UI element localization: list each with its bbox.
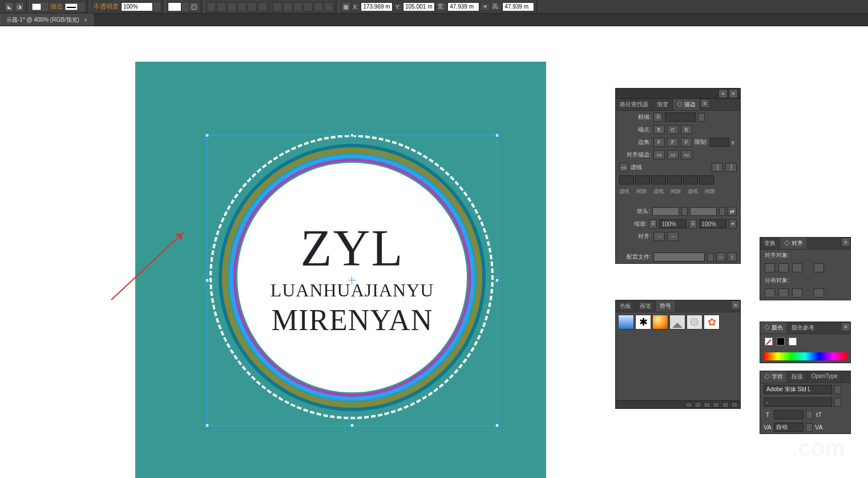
- black-swatch[interactable]: [777, 338, 785, 346]
- tab-stroke[interactable]: ◇ 描边: [673, 99, 700, 110]
- dash-field-2[interactable]: [651, 175, 666, 184]
- dist-top-btn[interactable]: [765, 288, 775, 298]
- symbol-break-icon[interactable]: [704, 402, 710, 408]
- profile-dropdown-icon[interactable]: [707, 253, 714, 262]
- tab-gradient[interactable]: 渐变: [653, 99, 673, 110]
- fill-swatch[interactable]: [32, 3, 41, 10]
- anchor-convert-corner-icon[interactable]: ◣: [5, 2, 14, 11]
- arrow-start-dropdown-icon[interactable]: [681, 207, 688, 216]
- scale-a-field[interactable]: 100%: [659, 219, 687, 228]
- symbol-orange-orb[interactable]: [652, 315, 668, 330]
- none-swatch[interactable]: [765, 338, 773, 346]
- profile-fliph-icon[interactable]: ↔: [716, 252, 725, 262]
- align-hcenter-btn[interactable]: [778, 263, 789, 272]
- symbol-options-icon[interactable]: [713, 402, 720, 408]
- panel-close-icon[interactable]: ×: [729, 89, 738, 98]
- handle-bot-right[interactable]: [495, 424, 499, 427]
- handle-bot-left[interactable]: [205, 424, 209, 427]
- corner-miter-icon[interactable]: F: [653, 138, 665, 147]
- align-top-btn[interactable]: [814, 263, 824, 272]
- tab-opentype[interactable]: OpenType: [808, 371, 842, 383]
- limit-field[interactable]: [710, 138, 729, 147]
- align-stroke-inside-icon[interactable]: ▭: [667, 150, 679, 159]
- symbol-lib-icon[interactable]: [685, 402, 692, 408]
- tab-swatches[interactable]: 色板: [616, 300, 636, 312]
- symbol-gear[interactable]: [687, 315, 703, 330]
- handle-bot-mid[interactable]: [350, 424, 354, 427]
- handle-top-right[interactable]: [495, 134, 499, 137]
- font-style-field[interactable]: -: [764, 397, 832, 407]
- opacity-field[interactable]: 100%: [121, 2, 153, 11]
- spectrum-strip[interactable]: [764, 352, 847, 360]
- opacity-dropdown-icon[interactable]: [154, 3, 160, 11]
- align-vcenter-icon[interactable]: [248, 2, 257, 11]
- reference-point-icon[interactable]: ▦: [341, 2, 350, 11]
- profile-flipv-icon[interactable]: ↕: [728, 252, 737, 262]
- stroke-dropdown-icon[interactable]: [79, 3, 84, 11]
- dash-field-3[interactable]: [683, 175, 698, 184]
- align-stroke-center-icon[interactable]: ▭: [653, 150, 665, 159]
- gap-field-2[interactable]: [667, 175, 682, 184]
- tab-color-guide[interactable]: 颜色参考: [788, 322, 819, 334]
- font-family-dropdown-icon[interactable]: [834, 385, 841, 394]
- font-size-dropdown-icon[interactable]: [806, 411, 813, 419]
- dash-align-icon[interactable]: ┆: [725, 163, 737, 172]
- font-style-dropdown-icon[interactable]: [834, 398, 841, 407]
- align-right-btn[interactable]: [792, 263, 802, 272]
- fill-dropdown-icon[interactable]: [42, 3, 48, 11]
- align-bottom-icon[interactable]: [258, 2, 267, 11]
- align-stroke-outside-icon[interactable]: ▭: [681, 150, 692, 159]
- document-tab[interactable]: 示题-1* @ 400% (RGB/预览) ×: [0, 14, 94, 26]
- dist-vcenter-btn[interactable]: [778, 288, 789, 298]
- graphic-style-thumb[interactable]: [168, 2, 181, 11]
- symbol-flower[interactable]: [704, 315, 720, 330]
- align-left-btn[interactable]: [765, 263, 775, 272]
- align-tip-a-icon[interactable]: →: [653, 232, 665, 241]
- align-top-icon[interactable]: [237, 2, 247, 11]
- tab-paragraph[interactable]: 段落: [788, 371, 808, 383]
- w-field[interactable]: 47.939 m: [447, 2, 479, 11]
- handle-mid-left[interactable]: [205, 279, 209, 282]
- symbol-triangle[interactable]: [669, 315, 685, 330]
- distribute-v1-icon[interactable]: [304, 2, 313, 11]
- stroke-panel-titlebar[interactable]: « ×: [616, 89, 740, 99]
- distribute-h2-icon[interactable]: [283, 2, 292, 11]
- weight-stepper-icon[interactable]: ⠿: [653, 113, 663, 122]
- tab-pathfinder[interactable]: 路径查找器: [616, 99, 653, 110]
- kerning-field[interactable]: 自动: [774, 423, 804, 432]
- dist-left-btn[interactable]: [814, 288, 824, 298]
- distribute-h1-icon[interactable]: [273, 2, 282, 11]
- weight-field[interactable]: [665, 113, 696, 122]
- panel-collapse-icon[interactable]: «: [718, 89, 728, 98]
- tab-transform[interactable]: 变换: [760, 238, 780, 249]
- profile-field[interactable]: [653, 252, 705, 262]
- close-tab-icon[interactable]: ×: [84, 17, 87, 23]
- align-right-icon[interactable]: [227, 2, 236, 11]
- symbol-trash-icon[interactable]: [731, 402, 738, 408]
- arrow-end-field[interactable]: [690, 207, 716, 216]
- symbol-new-icon[interactable]: [722, 402, 729, 408]
- gap-field-3[interactable]: [699, 175, 714, 184]
- tab-symbols[interactable]: 符号: [656, 300, 676, 312]
- font-size-field[interactable]: [774, 410, 804, 419]
- tab-brushes[interactable]: 画笔: [636, 300, 656, 312]
- distribute-v3-icon[interactable]: [324, 2, 333, 11]
- symbol-ink-splat[interactable]: [635, 315, 651, 330]
- symbols-panel-menu-icon[interactable]: ≡: [731, 300, 740, 310]
- scale-b-field[interactable]: 100%: [699, 219, 726, 228]
- dash-checkbox[interactable]: ▭: [619, 163, 628, 172]
- distribute-h3-icon[interactable]: [293, 2, 302, 11]
- tab-character[interactable]: ◇ 字符: [760, 371, 788, 383]
- scale-link-icon[interactable]: ⚭: [729, 219, 737, 228]
- tab-align[interactable]: ◇ 对齐: [780, 238, 808, 249]
- weight-dropdown-icon[interactable]: [698, 113, 705, 122]
- font-family-field[interactable]: Adobe 宋体 Std L: [764, 385, 832, 394]
- align-hcenter-icon[interactable]: [217, 2, 226, 11]
- white-swatch[interactable]: [789, 338, 797, 346]
- dash-field-1[interactable]: [619, 175, 634, 184]
- arrow-end-dropdown-icon[interactable]: [719, 207, 726, 216]
- anchor-convert-smooth-icon[interactable]: ◑: [15, 2, 24, 11]
- align-panel-menu-icon[interactable]: ≡: [841, 238, 850, 247]
- gap-field-1[interactable]: [635, 175, 650, 184]
- dist-bottom-btn[interactable]: [792, 288, 802, 298]
